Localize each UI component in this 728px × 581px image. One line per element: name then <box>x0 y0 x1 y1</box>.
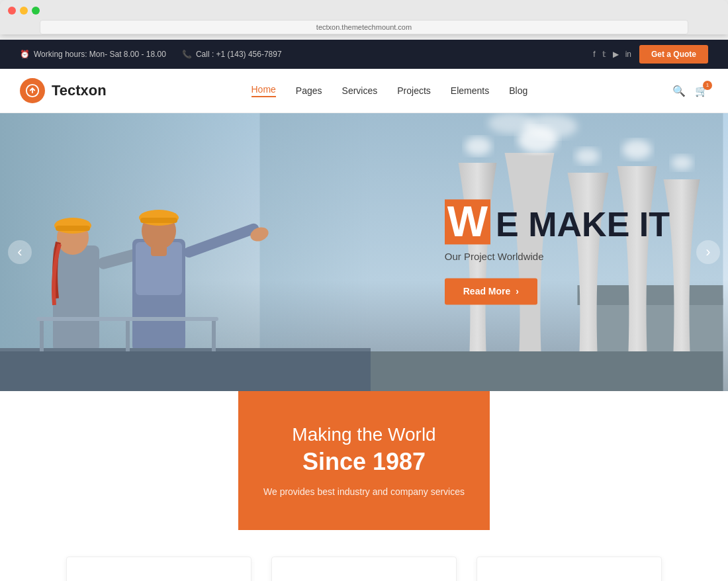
since-line1: Making the World <box>251 424 477 445</box>
since-wrapper: Making the World Since 1987 We provides … <box>0 391 728 530</box>
header: Tectxon Home Pages Services Projects Ele… <box>0 69 728 113</box>
svg-rect-30 <box>212 318 216 351</box>
arrow-right-icon: › <box>516 287 519 297</box>
nav-item-projects[interactable]: Projects <box>397 85 431 96</box>
svg-rect-29 <box>126 318 130 351</box>
svg-rect-17 <box>56 226 90 231</box>
svg-rect-28 <box>40 318 44 351</box>
nav-item-home[interactable]: Home <box>251 84 276 97</box>
since-description: We provides best industry and company se… <box>251 486 477 497</box>
minimize-dot <box>20 7 28 15</box>
search-icon[interactable]: 🔍 <box>672 85 686 97</box>
hero-section: W E MAKE IT M AKE IT H APPEN Our Project… <box>0 113 728 391</box>
social-icons: f 𝕥 ▶ in <box>593 50 631 59</box>
twitter-icon[interactable]: 𝕥 <box>602 50 606 59</box>
close-dot <box>8 7 16 15</box>
svg-point-8 <box>465 137 492 156</box>
logo[interactable]: Tectxon <box>20 78 107 103</box>
facebook-icon[interactable]: f <box>593 50 595 59</box>
svg-point-6 <box>623 140 652 159</box>
topbar-right: f 𝕥 ▶ in Get a Quote <box>593 45 708 64</box>
hero-letter-w: W <box>445 199 490 244</box>
nav-icons: 🔍 🛒 1 <box>672 85 708 97</box>
svg-rect-24 <box>140 218 177 223</box>
slider-prev-button[interactable]: ‹ <box>8 240 32 264</box>
service-card-energy[interactable]: Power & Energy <box>271 557 457 581</box>
svg-point-11 <box>488 113 535 134</box>
phone-info: 📞 Call : +1 (143) 456-7897 <box>182 50 282 59</box>
url-text: tectxon.themetechmount.com <box>316 23 412 31</box>
since-section: Making the World Since 1987 We provides … <box>238 391 490 530</box>
svg-rect-27 <box>0 351 371 391</box>
workers-scene <box>0 113 379 391</box>
hero-subtitle: Our Project Worldwide <box>445 251 670 263</box>
clock-icon: ⏰ <box>20 50 30 59</box>
website: ⏰ Working hours: Mon- Sat 8.00 - 18.00 📞… <box>0 40 728 581</box>
energy-icon <box>347 577 381 581</box>
phone-icon: 📞 <box>182 50 192 59</box>
topbar-left: ⏰ Working hours: Mon- Sat 8.00 - 18.00 📞… <box>20 50 282 59</box>
nav-item-blog[interactable]: Blog <box>509 85 527 96</box>
linkedin-icon[interactable]: in <box>625 50 631 59</box>
nav-item-pages[interactable]: Pages <box>296 85 322 96</box>
phone-text: Call : +1 (143) 456-7897 <box>196 50 282 59</box>
svg-point-7 <box>576 148 600 164</box>
cart-badge: 1 <box>703 81 712 90</box>
petroleum-icon <box>142 577 176 581</box>
since-line2: Since 1987 <box>251 448 477 476</box>
address-bar[interactable]: tectxon.themetechmount.com <box>40 20 688 34</box>
youtube-icon[interactable]: ▶ <box>613 50 619 59</box>
svg-point-9 <box>672 156 693 170</box>
nav-item-elements[interactable]: Elements <box>451 85 489 96</box>
mechanical-icon <box>552 577 586 581</box>
services-section: Petroleum Refinery Power & Energy <box>0 530 728 581</box>
headline-line1: W E MAKE IT <box>445 199 670 244</box>
hero-text-line1: E MAKE IT <box>496 206 670 243</box>
working-hours-text: Working hours: Mon- Sat 8.00 - 18.00 <box>34 50 166 59</box>
main-nav: Home Pages Services Projects Elements Bl… <box>251 84 528 97</box>
cart-icon[interactable]: 🛒 1 <box>695 85 708 97</box>
working-hours-info: ⏰ Working hours: Mon- Sat 8.00 - 18.00 <box>20 50 166 59</box>
hero-content: W E MAKE IT M AKE IT H APPEN Our Project… <box>445 199 670 304</box>
logo-icon <box>20 78 45 103</box>
service-card-petroleum[interactable]: Petroleum Refinery <box>66 557 251 581</box>
read-more-button[interactable]: Read More › <box>445 279 537 305</box>
get-quote-button[interactable]: Get a Quote <box>639 45 708 64</box>
maximize-dot <box>32 7 40 15</box>
logo-text: Tectxon <box>52 82 107 99</box>
slider-next-button[interactable]: › <box>696 240 720 264</box>
svg-rect-25 <box>151 246 167 256</box>
svg-rect-3 <box>591 298 723 351</box>
nav-item-services[interactable]: Services <box>342 85 378 96</box>
svg-rect-13 <box>53 246 99 351</box>
service-card-mechanical[interactable]: Mechanical Works <box>477 557 662 581</box>
svg-rect-31 <box>36 317 218 321</box>
top-bar: ⏰ Working hours: Mon- Sat 8.00 - 18.00 📞… <box>0 40 728 69</box>
